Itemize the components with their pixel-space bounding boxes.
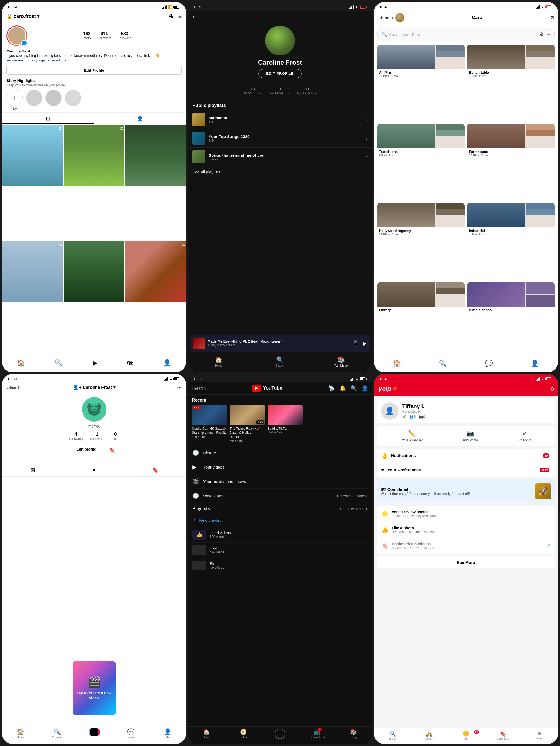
tiktok-bookmark-button[interactable]: 🔖 [106, 444, 118, 455]
pinterest-board-transitional[interactable]: Transitional 6 Pins 11mo [377, 124, 465, 201]
youtube-playlist-hklg[interactable]: Hklg No videos [188, 542, 372, 558]
yelp-write-review-action[interactable]: ✏️ Write a Review [401, 430, 422, 442]
instagram-username[interactable]: 🔒 caro.frost ▾ [6, 13, 39, 19]
pinterest-back-button[interactable]: ‹ Search [377, 15, 393, 20]
pinterest-messages-nav[interactable]: 💬 [485, 360, 493, 367]
cast-icon[interactable]: 📡 [328, 385, 335, 392]
yelp-add-photo-action[interactable]: 📷 Add Photo [463, 430, 478, 442]
yelp-me-nav[interactable]: 😊 89 Me [447, 730, 484, 740]
tiktok-edit-profile-button[interactable]: Edit profile [69, 444, 103, 455]
pinterest-board-library[interactable]: Library [377, 282, 465, 355]
yelp-share-button[interactable]: ⎋ [550, 385, 554, 392]
add-pin-icon[interactable]: + [547, 31, 551, 38]
grid-item-5[interactable] [64, 241, 124, 302]
youtube-home-nav[interactable]: 🏠 Home [188, 729, 225, 739]
pinterest-board-allpins[interactable]: All Pins 79 Pins 11mo [377, 45, 465, 121]
create-button[interactable]: + [275, 729, 285, 739]
tiktok-following-stat[interactable]: 4 Following [69, 432, 83, 441]
instagram-search-nav[interactable]: 🔍 [55, 359, 63, 367]
create-plus-button[interactable]: + [89, 728, 99, 736]
pinterest-home-nav[interactable]: 🏠 [393, 360, 401, 367]
tiktok-back-button[interactable]: ‹ Search [6, 385, 20, 390]
instagram-edit-profile-button[interactable]: Edit Profile [6, 66, 181, 75]
spotify-followers-stat[interactable]: 11 FOLLOWERS [269, 87, 289, 94]
spotify-home-nav[interactable]: 🏠 Home [188, 356, 249, 367]
grid-item-4[interactable]: ⧉ [2, 241, 63, 302]
instagram-home-nav[interactable]: 🏠 [17, 359, 25, 367]
pinterest-search-nav[interactable]: 🔍 [439, 360, 447, 367]
spotify-more-button[interactable]: ··· [362, 13, 367, 20]
tiktok-inbox-nav[interactable]: 💬 Inbox [113, 728, 149, 739]
youtube-your-videos-item[interactable]: ▶ Your videos [188, 460, 372, 474]
youtube-playlist-liked[interactable]: 👍 Liked videos 129 videos [188, 527, 372, 542]
spotify-search-nav[interactable]: 🔍 Search [249, 356, 311, 367]
spotify-playlist-remind[interactable]: Songs that remind me of you 0 likes › [188, 148, 372, 166]
youtube-playlist-sk[interactable]: Sk No videos [188, 558, 372, 573]
youtube-thumb-3[interactable]: Build a TikT... Vadim Savi... [268, 405, 303, 443]
instagram-highlight-new[interactable]: + New [6, 90, 23, 110]
menu-icon[interactable]: ≡ [178, 13, 181, 20]
spotify-avatar[interactable] [265, 26, 295, 55]
yelp-checkin-action[interactable]: ✓ Check In [518, 430, 531, 442]
youtube-movies-shows-item[interactable]: 🎬 Your movies and shows [188, 474, 372, 489]
instagram-grid-tab[interactable]: ⊞ [2, 114, 94, 124]
tiktok-followers-stat[interactable]: 1 Followers [90, 432, 104, 441]
tiktok-username-selector[interactable]: 👤+ Caroline Frost ▾ [73, 384, 115, 391]
pinterest-board-hollywood[interactable]: Hollywood regency 79 Pins 11mo [377, 203, 465, 280]
tiktok-avatar[interactable] [82, 397, 106, 422]
instagram-highlight-1[interactable] [26, 90, 42, 110]
tiktok-videos-tab[interactable]: ⊞ [2, 464, 63, 477]
notifications-icon[interactable]: 🔔 [339, 385, 346, 392]
pinterest-settings-icon[interactable]: ⚙ [550, 15, 555, 21]
instagram-posts-stat[interactable]: 163 Posts [83, 31, 91, 40]
spotify-now-playing[interactable]: Made Me Everything Pt. 2 (feat. Maxo Kre… [190, 335, 370, 352]
grid-item-1[interactable]: ⧉ [2, 125, 63, 186]
yelp-notifications-item[interactable]: 🔔 Notifications 89 › [377, 449, 555, 463]
youtube-history-item[interactable]: 🕐 History [188, 446, 372, 460]
instagram-tagged-tab[interactable]: 👤 [94, 114, 186, 124]
tiktok-likes-stat[interactable]: 0 Likes [112, 432, 119, 441]
youtube-watch-later-item[interactable]: 🕐 Watch later 91 unwatched videos [188, 489, 372, 503]
youtube-create-nav[interactable]: + [262, 729, 298, 739]
youtube-back-button[interactable]: ‹ Search [192, 386, 206, 391]
filter-icon[interactable]: ⚙ [539, 31, 544, 37]
spotify-playlist-topsongs[interactable]: Your Top Songs 2020 1 like › [188, 129, 372, 148]
tiktok-discover-nav[interactable]: 🔍 Discover [39, 728, 76, 739]
tiktok-home-nav[interactable]: 🏠 Home [2, 728, 39, 739]
tiktok-profile-nav[interactable]: 👤 Me [149, 728, 186, 739]
yelp-more-nav[interactable]: ≡ More [521, 730, 558, 740]
yelp-see-more-button[interactable]: See More [377, 556, 555, 569]
instagram-add-story[interactable]: + [21, 40, 27, 46]
pinterest-board-simplechaos[interactable]: Simple chaos [467, 282, 555, 355]
spotify-back-button[interactable]: ‹ [193, 13, 194, 20]
youtube-sort-button[interactable]: Recently added ▾ [340, 507, 367, 511]
spotify-playlist-mamacita[interactable]: Mamacita 1 like › [188, 110, 372, 129]
grid-item-2[interactable]: ⧉ [64, 125, 124, 186]
tiktok-more-button[interactable]: ··· [177, 384, 182, 391]
tiktok-create-nav[interactable]: + [76, 728, 113, 739]
pinterest-search-input[interactable]: Search your Pins [389, 32, 537, 37]
pinterest-board-farmhouse[interactable]: Farmhouse 10 Pins 11mo [467, 124, 555, 201]
instagram-shop-nav[interactable]: 🛍 [127, 359, 134, 367]
youtube-subscriptions-nav[interactable]: 📺 1 Subscriptions [298, 729, 335, 739]
grid-item-3[interactable] [125, 125, 186, 186]
youtube-thumb-2[interactable]: 9:45 The Tragic Reality of Justin & Hail… [230, 405, 265, 443]
add-post-icon[interactable]: ⊕ [169, 13, 174, 20]
tiktok-saved-tab[interactable]: 🔖 [125, 464, 186, 477]
yelp-collections-nav[interactable]: 🔖 Collections [484, 730, 521, 740]
spotify-edit-profile-button[interactable]: EDIT PROFILE [258, 69, 302, 78]
instagram-followers-stat[interactable]: 414 Followers [97, 31, 111, 40]
yelp-preferences-item[interactable]: ♥ Your Preferences NEW › [377, 463, 555, 477]
devices-icon[interactable]: 📱 [352, 340, 359, 347]
instagram-highlight-3[interactable] [65, 90, 81, 110]
spotify-following-stat[interactable]: 30 FOLLOWING [297, 87, 316, 94]
spotify-library-nav[interactable]: 📚 Your Library [311, 356, 372, 367]
instagram-profile-nav[interactable]: 👤 [163, 359, 171, 367]
pinterest-board-bench[interactable]: Bench table 6 Pins 11mo [467, 45, 555, 121]
pinterest-avatar-small[interactable] [395, 13, 405, 22]
pinterest-search-bar[interactable]: 🔍 Search your Pins ⚙ + [377, 28, 555, 41]
pinterest-profile-nav[interactable]: 👤 [531, 360, 539, 367]
instagram-highlight-2[interactable] [46, 90, 62, 110]
pinterest-board-industrial[interactable]: Industrial 4 Pins 11mo [467, 203, 555, 280]
youtube-thumb-1[interactable]: LIVE Nerdle Cam 4K SpaceX Starship Launc… [192, 405, 227, 443]
